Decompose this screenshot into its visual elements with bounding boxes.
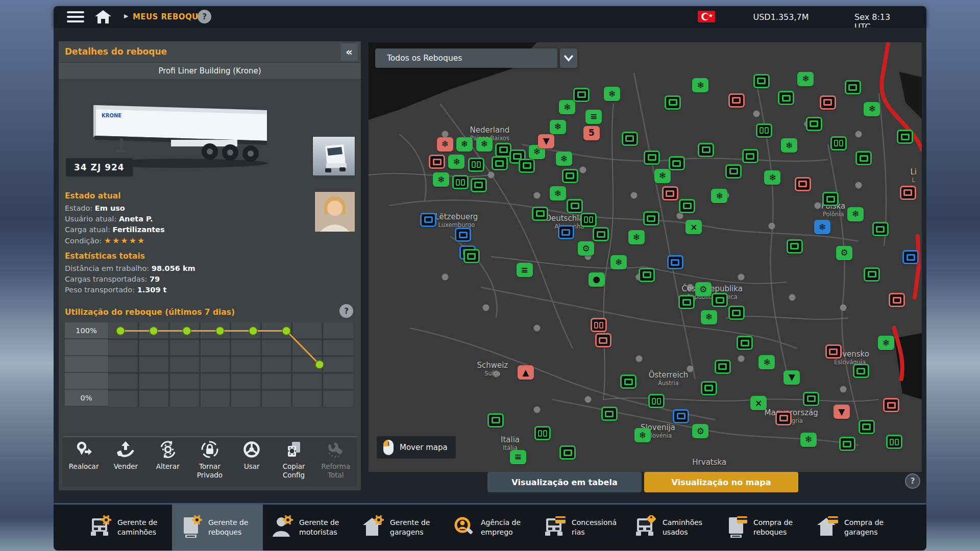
trailer-marker-box[interactable]: [778, 91, 794, 105]
trailer-marker-box[interactable]: [463, 249, 480, 263]
trailer-marker-box[interactable]: [673, 409, 689, 423]
menu-icon[interactable]: [67, 11, 84, 23]
trailer-marker-box[interactable]: [519, 159, 535, 173]
steering-wheel-button[interactable]: Usar: [231, 440, 273, 471]
trailer-marker-snow[interactable]: ❄: [448, 155, 464, 169]
trailer-marker-snow[interactable]: ❄: [654, 169, 671, 183]
trailer-marker-box[interactable]: [601, 407, 618, 421]
trailer-marker-box[interactable]: [679, 199, 695, 213]
help-icon[interactable]: ?: [198, 10, 211, 23]
nav-item-emprego[interactable]: Agência deemprego: [445, 505, 535, 550]
nav-item-reboques[interactable]: Compra dereboques: [717, 505, 808, 550]
trailer-marker-snow[interactable]: ❄: [550, 186, 566, 201]
nav-item-garagens[interactable]: Gerente degaragens: [354, 505, 445, 550]
trailer-marker-box[interactable]: [820, 95, 836, 110]
trailer-marker-snow[interactable]: ❄: [764, 170, 780, 185]
trailer-marker-snow[interactable]: ❄: [781, 138, 797, 153]
trailer-marker-snow[interactable]: ❄: [692, 78, 708, 92]
dropdown-chevron-button[interactable]: [560, 48, 577, 68]
trailer-marker-crane[interactable]: 5: [583, 126, 600, 140]
trailer-marker-gear[interactable]: ⚙: [578, 241, 594, 256]
trailer-marker-snow[interactable]: ❄: [456, 137, 473, 152]
trailer-marker-dbl[interactable]: [452, 175, 469, 189]
table-view-button[interactable]: Visualização em tabela: [487, 472, 642, 492]
lock-button[interactable]: Tornar Privado: [189, 440, 231, 480]
trailer-marker-box[interactable]: [532, 207, 548, 221]
trailer-marker-box[interactable]: [742, 149, 758, 163]
trailer-marker-dump[interactable]: ▼: [783, 370, 800, 385]
trailer-filter-dropdown[interactable]: Todos os Reboques: [375, 48, 557, 68]
trailer-marker-snow[interactable]: ❄: [628, 230, 645, 244]
trailer-marker-box[interactable]: [855, 151, 872, 165]
trailer-marker-box[interactable]: [897, 130, 913, 144]
trailer-marker-snow[interactable]: ❄: [864, 102, 880, 116]
trailer-marker-box[interactable]: [567, 199, 583, 213]
trailer-marker-box[interactable]: [715, 360, 731, 374]
trailer-marker-snow[interactable]: ❄: [476, 137, 493, 152]
trailer-marker-box[interactable]: [775, 411, 792, 425]
trailer-marker-snow[interactable]: ❄: [610, 255, 627, 269]
trailer-marker-box[interactable]: [595, 333, 611, 347]
trailer-marker-dbl[interactable]: [580, 213, 597, 227]
trailer-marker-box[interactable]: [825, 344, 842, 359]
trailer-marker-snow[interactable]: ❄: [814, 220, 830, 234]
trailer-marker-snow[interactable]: ❄: [437, 137, 453, 152]
trailer-marker-box[interactable]: [701, 381, 717, 395]
trailer-marker-box[interactable]: [593, 227, 609, 241]
home-icon[interactable]: [94, 10, 112, 24]
trailer-marker-box[interactable]: [562, 169, 578, 183]
relocate-pin-button[interactable]: Realocar: [63, 440, 105, 471]
trailer-marker-dbl[interactable]: [886, 435, 902, 449]
trailer-marker-dbl[interactable]: [830, 136, 847, 151]
trailer-marker-lines[interactable]: ≡: [585, 110, 602, 124]
trailer-marker-box[interactable]: [559, 445, 576, 460]
trailer-marker-box[interactable]: [795, 177, 811, 191]
trailer-marker-box[interactable]: [471, 178, 487, 192]
change-gear-button[interactable]: Alterar: [147, 440, 189, 471]
driver-avatar[interactable]: [314, 191, 354, 231]
trailer-marker-gear[interactable]: ⚙: [695, 282, 712, 296]
trailer-marker-box[interactable]: [429, 155, 445, 169]
trailer-marker-gear[interactable]: ⚙: [692, 424, 708, 438]
trailer-marker-box[interactable]: [889, 293, 905, 307]
trailer-marker-lines[interactable]: ≡: [510, 450, 526, 464]
trailer-marker-drop[interactable]: ●: [589, 272, 605, 287]
trailer-marker-box[interactable]: [573, 88, 590, 102]
trailer-marker-box[interactable]: [853, 364, 869, 378]
trailer-marker-box[interactable]: [665, 95, 681, 110]
trailer-marker-box[interactable]: [420, 213, 436, 227]
trailer-marker-box[interactable]: [839, 437, 855, 451]
trailer-marker-box[interactable]: [644, 151, 660, 165]
trailer-marker-dbl[interactable]: [756, 123, 772, 138]
trailer-marker-snow[interactable]: ❄: [711, 189, 727, 203]
sell-hand-button[interactable]: Vender: [105, 440, 146, 471]
trailer-marker-box[interactable]: [883, 398, 899, 412]
utilization-help-icon[interactable]: ?: [339, 304, 353, 318]
trailer-marker-box[interactable]: [487, 413, 504, 428]
nav-item-rias[interactable]: Concessionárias: [535, 505, 626, 550]
trailer-marker-snow[interactable]: ❄: [433, 172, 449, 187]
collapse-panel-button[interactable]: «: [340, 43, 358, 61]
trailer-marker-box[interactable]: [803, 392, 819, 406]
trailer-marker-box[interactable]: [643, 211, 659, 226]
trailer-marker-box[interactable]: [864, 267, 880, 282]
trailer-marker-box[interactable]: [669, 156, 685, 170]
trailer-marker-snow[interactable]: ❄: [878, 336, 894, 350]
trailer-marker-box[interactable]: [725, 164, 742, 179]
trailer-marker-box[interactable]: [737, 336, 753, 350]
trailer-marker-dbl[interactable]: [534, 426, 551, 440]
trailer-marker-snow[interactable]: ❄: [604, 87, 620, 101]
trailer-marker-box[interactable]: [667, 255, 683, 269]
trailer-marker-gear[interactable]: ⚙: [836, 246, 852, 260]
trailer-marker-box[interactable]: [712, 293, 728, 307]
trailer-marker-snow[interactable]: ❄: [634, 428, 651, 442]
map-help-icon[interactable]: ?: [905, 473, 920, 489]
trailer-marker-box[interactable]: [492, 156, 508, 170]
trailer-marker-box[interactable]: [639, 268, 655, 282]
trailer-marker-snow[interactable]: ❄: [559, 100, 575, 114]
trailer-marker-snow[interactable]: ❄: [797, 72, 814, 86]
trailer-marker-snow[interactable]: ❄: [758, 355, 775, 369]
trailer-marker-dump[interactable]: ▼: [538, 134, 554, 148]
trailer-marker-box[interactable]: [900, 186, 916, 200]
trailer-marker-snow[interactable]: ❄: [800, 433, 817, 447]
